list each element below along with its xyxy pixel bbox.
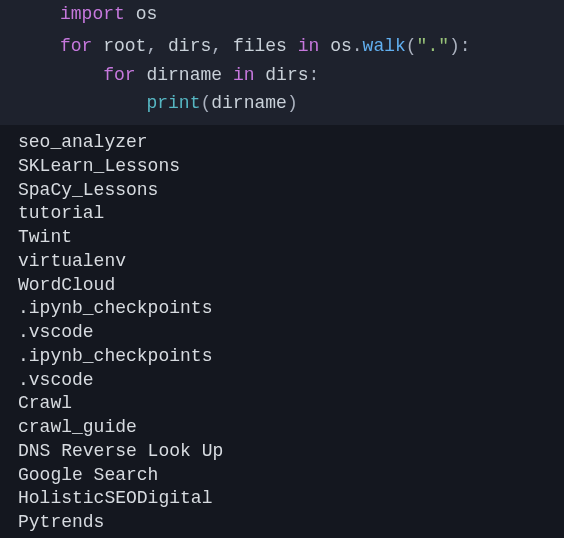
dot: . bbox=[352, 36, 363, 56]
fn-walk: walk bbox=[363, 36, 406, 56]
fn-print: print bbox=[146, 93, 200, 113]
keyword-in: in bbox=[298, 36, 320, 56]
code-line-3: for root, dirs, files in os.walk("."): bbox=[0, 32, 564, 60]
keyword-import: import bbox=[60, 4, 125, 24]
output-line: Pytrends bbox=[18, 511, 564, 535]
output-line: .vscode bbox=[18, 321, 564, 345]
output-line: DNS Reverse Look Up bbox=[18, 440, 564, 464]
output-line: crawl_guide bbox=[18, 416, 564, 440]
code-line-1: import os bbox=[0, 0, 564, 28]
rparen: ) bbox=[449, 36, 460, 56]
colon: : bbox=[309, 65, 320, 85]
var-dirname: dirname bbox=[146, 65, 222, 85]
var-files: files bbox=[233, 36, 287, 56]
output-line: virtualenv bbox=[18, 250, 564, 274]
comma: , bbox=[146, 36, 157, 56]
output-line: SKLearn_Lessons bbox=[18, 155, 564, 179]
var-dirs: dirs bbox=[265, 65, 308, 85]
output-line: WordCloud bbox=[18, 274, 564, 298]
var-dirs: dirs bbox=[168, 36, 211, 56]
comma: , bbox=[211, 36, 222, 56]
code-cell: import os for root, dirs, files in os.wa… bbox=[0, 0, 564, 125]
output-line: SpaCy_Lessons bbox=[18, 179, 564, 203]
lparen: ( bbox=[200, 93, 211, 113]
rparen: ) bbox=[287, 93, 298, 113]
string-literal: "." bbox=[417, 36, 449, 56]
output-line: .ipynb_checkpoints bbox=[18, 297, 564, 321]
output-line: HolisticSEODigital bbox=[18, 487, 564, 511]
code-line-5: print(dirname) bbox=[0, 89, 564, 117]
output-line: .ipynb_checkpoints bbox=[18, 345, 564, 369]
output-line: seo_analyzer bbox=[18, 131, 564, 155]
keyword-in: in bbox=[233, 65, 255, 85]
keyword-for: for bbox=[103, 65, 135, 85]
output-line: .vscode bbox=[18, 369, 564, 393]
colon: : bbox=[460, 36, 471, 56]
module-os: os bbox=[136, 4, 158, 24]
lparen: ( bbox=[406, 36, 417, 56]
output-line: Crawl bbox=[18, 392, 564, 416]
var-root: root bbox=[103, 36, 146, 56]
code-line-4: for dirname in dirs: bbox=[0, 61, 564, 89]
var-os: os bbox=[330, 36, 352, 56]
output-line: Google Search bbox=[18, 464, 564, 488]
output-cell: seo_analyzer SKLearn_Lessons SpaCy_Lesso… bbox=[0, 125, 564, 535]
output-line: tutorial bbox=[18, 202, 564, 226]
var-dirname: dirname bbox=[211, 93, 287, 113]
keyword-for: for bbox=[60, 36, 92, 56]
output-line: Twint bbox=[18, 226, 564, 250]
